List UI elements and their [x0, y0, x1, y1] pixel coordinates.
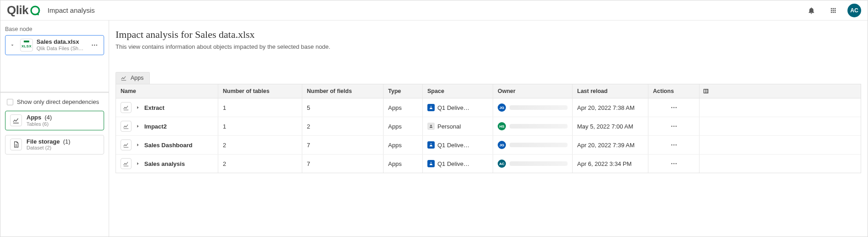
base-node-card[interactable]: XLSX Sales data.xlsx Qlik Data Files (Sh… [5, 35, 104, 55]
row-fields: 2 [302, 117, 384, 135]
show-direct-deps-checkbox[interactable]: Show only direct dependencies [5, 98, 104, 106]
chevron-right-icon [135, 105, 141, 110]
user-avatar[interactable]: AC [847, 4, 861, 17]
row-space: Q1 Delive… [423, 136, 493, 154]
sidebar-item-title: File storage (1) [26, 138, 70, 145]
row-owner: JG [493, 136, 573, 154]
svg-point-12 [673, 144, 674, 145]
col-tables[interactable]: Number of tables [218, 84, 302, 98]
app-root: Qlik Impact analysis AC Base node [0, 0, 868, 237]
impact-table: Name Number of tables Number of fields T… [116, 84, 861, 173]
sidebar-item-title: Apps (4) [26, 114, 52, 121]
sidebar-item-subtitle: Dataset (2) [26, 145, 70, 151]
file-storage-item-icon [10, 139, 22, 150]
owner-name-redacted [510, 124, 568, 129]
apps-item-icon [10, 114, 22, 126]
owner-name-redacted [510, 143, 568, 147]
svg-point-15 [673, 163, 674, 164]
svg-point-14 [671, 163, 672, 164]
row-owner: HS [493, 117, 573, 135]
base-node-expand[interactable] [8, 41, 16, 49]
owner-name-redacted [510, 161, 568, 166]
sidebar-top: Base node XLSX Sales data.xlsx Qlik Data… [0, 21, 109, 55]
col-name[interactable]: Name [116, 84, 218, 98]
row-reload: May 5, 2022 7:00 AM [573, 117, 648, 135]
sidebar-item-subtitle: Tables (6) [26, 121, 52, 127]
table-header: Name Number of tables Number of fields T… [116, 84, 861, 98]
svg-point-5 [671, 107, 672, 108]
sidebar-item-file-storage[interactable]: File storage (1) Dataset (2) [5, 135, 104, 155]
shared-space-icon [427, 104, 435, 111]
grid-icon [830, 7, 837, 14]
sidebar-item-apps[interactable]: Apps (4) Tables (6) [5, 111, 104, 130]
more-horizontal-icon [91, 41, 98, 49]
row-tables: 1 [218, 98, 302, 117]
svg-point-10 [675, 126, 676, 127]
svg-point-9 [673, 126, 674, 127]
row-type: Apps [384, 136, 423, 154]
svg-point-2 [92, 45, 93, 46]
page-title: Impact analysis for Sales data.xlsx [116, 29, 861, 41]
sidebar: Base node XLSX Sales data.xlsx Qlik Data… [0, 21, 109, 237]
owner-avatar-icon: JG [498, 103, 506, 112]
base-node-title: Sales data.xlsx [37, 38, 85, 46]
body: Base node XLSX Sales data.xlsx Qlik Data… [0, 21, 868, 237]
tab-row: Apps [116, 72, 861, 84]
col-reload[interactable]: Last reload [573, 84, 648, 98]
base-node-more-button[interactable] [89, 40, 100, 51]
row-space: Q1 Delive… [423, 98, 493, 117]
row-expand[interactable] [135, 105, 141, 110]
svg-point-6 [673, 107, 674, 108]
row-expand[interactable] [135, 161, 141, 166]
checkbox-icon [7, 99, 13, 105]
owner-avatar-icon: JG [498, 141, 506, 149]
row-actions-button[interactable] [648, 155, 700, 173]
apps-grid-button[interactable] [826, 3, 841, 18]
more-horizontal-icon [670, 141, 678, 149]
topbar-title: Impact analysis [47, 6, 95, 14]
col-type[interactable]: Type [384, 84, 423, 98]
svg-point-13 [675, 144, 676, 145]
row-name: Impact2 [144, 123, 167, 130]
row-tables: 2 [218, 136, 302, 154]
base-node-label: Base node [5, 26, 104, 32]
tab-label: Apps [131, 75, 144, 81]
shared-space-icon [427, 160, 435, 167]
app-icon [121, 158, 132, 169]
owner-avatar-icon: HS [498, 122, 506, 130]
col-fields[interactable]: Number of fields [302, 84, 384, 98]
row-type: Apps [384, 98, 423, 117]
table-row[interactable]: Sales Dashboard27AppsQ1 Delive…JGApr 20,… [116, 136, 861, 155]
row-reload: Apr 20, 2022 7:38 AM [573, 98, 648, 117]
table-row[interactable]: Sales analysis27AppsQ1 Delive…ACApr 6, 2… [116, 155, 861, 173]
row-fields: 7 [302, 155, 384, 173]
row-tables: 2 [218, 155, 302, 173]
main: Impact analysis for Sales data.xlsx This… [109, 21, 868, 237]
chart-icon [12, 117, 20, 124]
row-fields: 5 [302, 98, 384, 117]
row-owner: AC [493, 155, 573, 173]
row-actions-button[interactable] [648, 117, 700, 135]
table-row[interactable]: Extract15AppsQ1 Delive…JGApr 20, 2022 7:… [116, 98, 861, 117]
row-expand[interactable] [135, 124, 141, 129]
qlik-logo: Qlik [7, 3, 41, 17]
row-name: Extract [144, 104, 164, 111]
row-actions-button[interactable] [648, 136, 700, 154]
col-actions: Actions [648, 84, 700, 98]
row-reload: Apr 6, 2022 3:34 PM [573, 155, 648, 173]
xlsx-file-icon: XLSX [20, 39, 33, 52]
col-space[interactable]: Space [423, 84, 493, 98]
sidebar-bottom: Show only direct dependencies Apps (4) T… [0, 93, 109, 159]
notifications-button[interactable] [804, 3, 819, 18]
row-tables: 1 [218, 117, 302, 135]
tab-apps[interactable]: Apps [116, 72, 150, 84]
column-picker-button[interactable] [700, 84, 712, 98]
row-type: Apps [384, 117, 423, 135]
table-row[interactable]: Impact212AppsPersonalHSMay 5, 2022 7:00 … [116, 117, 861, 136]
row-actions-button[interactable] [648, 98, 700, 117]
chevron-right-icon [135, 161, 141, 166]
row-name: Sales Dashboard [144, 142, 193, 149]
app-icon [121, 102, 132, 113]
col-owner[interactable]: Owner [493, 84, 573, 98]
row-expand[interactable] [135, 142, 141, 148]
